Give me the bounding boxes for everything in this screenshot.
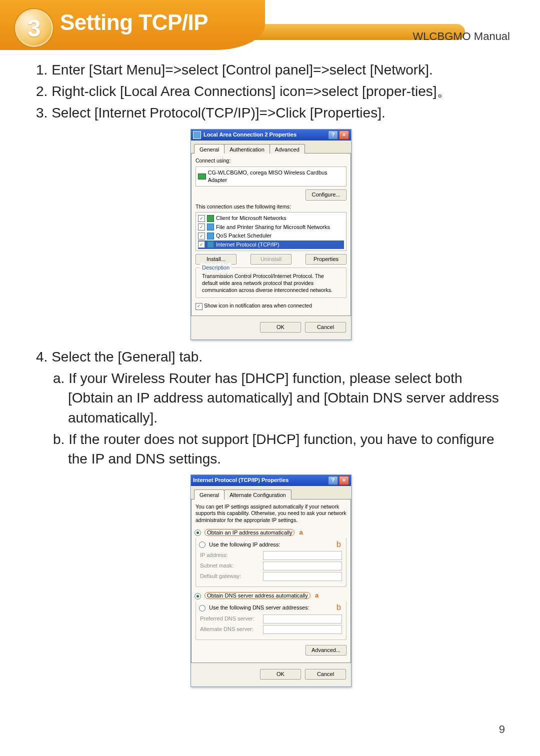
tab-alternate[interactable]: Alternate Configuration <box>224 490 292 499</box>
items-list[interactable]: ✓Client for Microsoft Networks ✓File and… <box>196 212 346 251</box>
gw-label: Default gateway: <box>200 572 260 580</box>
items-label: This connection uses the following items… <box>196 204 346 210</box>
manual-label: WLCBGMO Manual <box>413 30 510 43</box>
intro-text: You can get IP settings assigned automat… <box>196 504 346 524</box>
page-content: 1. Enter [Start Menu]=>select [Control p… <box>0 50 540 687</box>
description-group: Description Transmission Control Protoco… <box>196 268 346 298</box>
description-label: Description <box>200 264 232 272</box>
tcpip-icon <box>207 241 214 248</box>
help-button[interactable]: ? <box>328 130 338 140</box>
description-text: Transmission Control Protocol/Internet P… <box>202 273 340 294</box>
manual-ip-block: b Use the following IP address: IP addre… <box>196 538 346 587</box>
ip-label: IP address: <box>200 552 260 559</box>
tab-advanced[interactable]: Advanced <box>270 144 305 154</box>
tab-authentication[interactable]: Authentication <box>224 144 270 154</box>
close-button[interactable]: × <box>339 130 349 140</box>
uninstall-button: Uninstall <box>250 254 292 264</box>
opt-manual-dns: Use the following DNS server addresses: <box>209 604 310 610</box>
opt-manual-ip: Use the following IP address: <box>209 542 280 548</box>
pdns-input[interactable] <box>263 614 342 624</box>
client-icon <box>207 215 214 222</box>
step-2: 2. Right-click [Local Area Connections] … <box>36 82 506 101</box>
item-fileprint: File and Printer Sharing for Microsoft N… <box>216 224 330 231</box>
manual-dns-block: b Use the following DNS server addresses… <box>196 601 346 640</box>
item-tcpip: Internet Protocol (TCP/IP) <box>216 241 280 248</box>
ip-input[interactable] <box>263 551 342 560</box>
mask-input[interactable] <box>263 562 342 570</box>
adns-input[interactable] <box>263 625 342 634</box>
annotation-a: a <box>315 591 318 600</box>
page-number: 9 <box>499 723 505 736</box>
titlebar: Internet Protocol (TCP/IP) Properties ? … <box>191 475 351 486</box>
dialog-tcpip-properties: Internet Protocol (TCP/IP) Properties ? … <box>190 474 352 687</box>
dialog-lac-properties: Local Area Connection 2 Properties ? × G… <box>190 129 352 340</box>
radio-auto-ip[interactable] <box>194 530 201 536</box>
chapter-number: 3 <box>28 14 41 42</box>
step-4a: a. If your Wireless Router has [DHCP] fu… <box>53 368 506 428</box>
annotation-a: a <box>300 528 303 537</box>
install-button[interactable]: Install... <box>196 254 236 264</box>
connect-using-label: Connect using: <box>196 158 346 164</box>
checkbox-icon[interactable]: ✓ <box>198 224 205 230</box>
nic-icon <box>198 174 206 180</box>
help-button[interactable]: ? <box>328 476 338 485</box>
panel-general: You can get IP settings assigned automat… <box>191 499 351 663</box>
checkbox-icon[interactable]: ✓ <box>196 303 202 310</box>
window-title: Internet Protocol (TCP/IP) Properties <box>193 476 288 484</box>
tab-bar: General Alternate Configuration <box>194 489 351 498</box>
step-4: 4. Select the [General] tab. <box>36 347 506 366</box>
advanced-button[interactable]: Advanced... <box>306 645 346 656</box>
tab-bar: General Authentication Advanced <box>194 144 351 153</box>
window-icon <box>193 131 201 139</box>
properties-button[interactable]: Properties <box>306 254 346 264</box>
radio-manual-ip[interactable] <box>199 542 206 548</box>
ok-button[interactable]: OK <box>260 669 301 680</box>
radio-manual-dns[interactable] <box>199 605 206 612</box>
item-client: Client for Microsoft Networks <box>216 214 286 222</box>
chapter-number-circle: 3 <box>15 9 53 47</box>
fileprint-icon <box>207 224 214 230</box>
checkbox-icon[interactable]: ✓ <box>198 215 205 222</box>
qos-icon <box>207 232 214 240</box>
item-qos: QoS Packet Scheduler <box>216 232 272 240</box>
configure-button[interactable]: Configure... <box>306 190 346 200</box>
annotation-b: b <box>336 539 341 550</box>
ok-button[interactable]: OK <box>260 322 301 332</box>
panel-general: Connect using: CG-WLCBGMO, corega MISO W… <box>191 153 351 316</box>
close-button[interactable]: × <box>339 476 349 485</box>
checkbox-icon[interactable]: ✓ <box>198 241 205 248</box>
step-3: 3. Select [Internet Protocol(TCP/IP)]=>C… <box>36 103 506 122</box>
titlebar: Local Area Connection 2 Properties ? × <box>191 130 351 140</box>
cancel-button[interactable]: Cancel <box>305 322 346 332</box>
adapter-box: CG-WLCBGMO, corega MISO Wireless Cardbus… <box>196 166 346 187</box>
opt-auto-ip: Obtain an IP address automatically <box>204 529 294 536</box>
step-4b: b. If the router does not support [DHCP]… <box>53 430 506 468</box>
step-1: 1. Enter [Start Menu]=>select [Control p… <box>36 60 506 80</box>
checkbox-icon[interactable]: ✓ <box>198 232 205 240</box>
opt-auto-dns: Obtain DNS server address automatically <box>204 592 310 599</box>
radio-auto-dns[interactable] <box>194 593 201 600</box>
adns-label: Alternate DNS server: <box>200 626 260 633</box>
annotation-b: b <box>336 602 341 613</box>
mask-label: Subnet mask: <box>200 562 260 570</box>
window-title: Local Area Connection 2 Properties <box>204 131 296 138</box>
cancel-button[interactable]: Cancel <box>305 669 346 680</box>
tab-general[interactable]: General <box>194 490 224 499</box>
show-icon-label: Show icon in notification area when conn… <box>204 303 312 309</box>
gw-input[interactable] <box>263 572 342 581</box>
adapter-name: CG-WLCBGMO, corega MISO Wireless Cardbus… <box>208 169 344 184</box>
chapter-title: Setting TCP/IP <box>60 10 208 35</box>
tab-general[interactable]: General <box>194 144 224 154</box>
pdns-label: Preferred DNS server: <box>200 615 260 622</box>
